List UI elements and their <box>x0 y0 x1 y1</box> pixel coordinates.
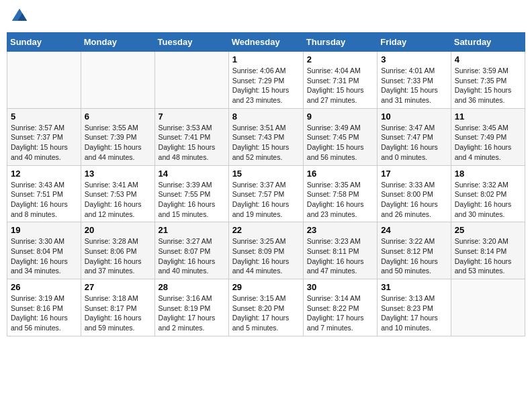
day-info: Sunrise: 3:27 AM Sunset: 8:07 PM Dayligh… <box>159 236 225 276</box>
day-number: 18 <box>455 169 521 179</box>
weekday-header-thursday: Thursday <box>303 33 377 52</box>
calendar-week-5: 26Sunrise: 3:19 AM Sunset: 8:16 PM Dayli… <box>7 279 525 336</box>
calendar-cell <box>451 279 525 336</box>
calendar-header-row: SundayMondayTuesdayWednesdayThursdayFrid… <box>7 33 525 52</box>
calendar-cell: 26Sunrise: 3:19 AM Sunset: 8:16 PM Dayli… <box>7 279 81 336</box>
calendar-cell: 3Sunrise: 4:01 AM Sunset: 7:33 PM Daylig… <box>378 52 451 109</box>
weekday-header-monday: Monday <box>81 33 154 52</box>
day-number: 8 <box>232 111 300 122</box>
calendar-cell: 16Sunrise: 3:35 AM Sunset: 7:58 PM Dayli… <box>303 165 377 222</box>
weekday-header-wednesday: Wednesday <box>228 33 303 52</box>
calendar-table: SundayMondayTuesdayWednesdayThursdayFrid… <box>7 32 525 336</box>
day-number: 31 <box>381 282 447 292</box>
day-info: Sunrise: 3:22 AM Sunset: 8:12 PM Dayligh… <box>381 236 447 276</box>
calendar-cell: 7Sunrise: 3:53 AM Sunset: 7:41 PM Daylig… <box>154 108 228 165</box>
day-info: Sunrise: 4:06 AM Sunset: 7:29 PM Dayligh… <box>232 66 300 105</box>
day-info: Sunrise: 3:47 AM Sunset: 7:47 PM Dayligh… <box>381 123 447 163</box>
calendar-cell: 31Sunrise: 3:13 AM Sunset: 8:23 PM Dayli… <box>378 279 451 336</box>
calendar-cell: 23Sunrise: 3:23 AM Sunset: 8:11 PM Dayli… <box>303 222 377 279</box>
day-info: Sunrise: 3:43 AM Sunset: 7:51 PM Dayligh… <box>11 180 77 220</box>
day-number: 4 <box>455 54 521 64</box>
calendar-cell: 22Sunrise: 3:25 AM Sunset: 8:09 PM Dayli… <box>228 222 303 279</box>
calendar-cell: 30Sunrise: 3:14 AM Sunset: 8:22 PM Dayli… <box>303 279 377 336</box>
calendar-cell: 15Sunrise: 3:37 AM Sunset: 7:57 PM Dayli… <box>228 165 303 222</box>
weekday-header-sunday: Sunday <box>7 33 81 52</box>
day-info: Sunrise: 3:14 AM Sunset: 8:22 PM Dayligh… <box>307 293 373 333</box>
day-info: Sunrise: 3:39 AM Sunset: 7:55 PM Dayligh… <box>159 180 225 220</box>
day-info: Sunrise: 3:19 AM Sunset: 8:16 PM Dayligh… <box>11 293 77 333</box>
day-number: 30 <box>307 282 373 292</box>
day-info: Sunrise: 3:18 AM Sunset: 8:17 PM Dayligh… <box>85 293 151 333</box>
calendar-cell <box>7 52 81 109</box>
day-info: Sunrise: 3:45 AM Sunset: 7:49 PM Dayligh… <box>455 123 521 163</box>
day-info: Sunrise: 3:28 AM Sunset: 8:06 PM Dayligh… <box>85 236 151 276</box>
calendar-cell: 4Sunrise: 3:59 AM Sunset: 7:35 PM Daylig… <box>451 52 525 109</box>
day-number: 16 <box>307 169 373 179</box>
day-info: Sunrise: 3:57 AM Sunset: 7:37 PM Dayligh… <box>11 123 77 163</box>
calendar-cell: 18Sunrise: 3:32 AM Sunset: 8:02 PM Dayli… <box>451 165 525 222</box>
page-header <box>7 7 525 26</box>
calendar-week-3: 12Sunrise: 3:43 AM Sunset: 7:51 PM Dayli… <box>7 165 525 222</box>
weekday-header-tuesday: Tuesday <box>154 33 228 52</box>
calendar-cell: 20Sunrise: 3:28 AM Sunset: 8:06 PM Dayli… <box>81 222 154 279</box>
calendar-cell: 6Sunrise: 3:55 AM Sunset: 7:39 PM Daylig… <box>81 108 154 165</box>
calendar-cell: 5Sunrise: 3:57 AM Sunset: 7:37 PM Daylig… <box>7 108 81 165</box>
calendar-cell: 13Sunrise: 3:41 AM Sunset: 7:53 PM Dayli… <box>81 165 154 222</box>
day-number: 27 <box>85 282 151 292</box>
calendar-cell: 21Sunrise: 3:27 AM Sunset: 8:07 PM Dayli… <box>154 222 228 279</box>
day-number: 5 <box>11 111 77 122</box>
day-number: 28 <box>159 282 225 292</box>
day-info: Sunrise: 3:53 AM Sunset: 7:41 PM Dayligh… <box>159 123 225 163</box>
day-number: 12 <box>11 169 77 179</box>
calendar-cell <box>81 52 154 109</box>
day-number: 26 <box>11 282 77 292</box>
day-number: 15 <box>232 169 300 179</box>
calendar-cell: 9Sunrise: 3:49 AM Sunset: 7:45 PM Daylig… <box>303 108 377 165</box>
day-number: 3 <box>381 54 447 64</box>
calendar-week-4: 19Sunrise: 3:30 AM Sunset: 8:04 PM Dayli… <box>7 222 525 279</box>
logo-icon <box>10 7 29 26</box>
day-number: 25 <box>455 225 521 235</box>
day-info: Sunrise: 3:20 AM Sunset: 8:14 PM Dayligh… <box>455 236 521 276</box>
calendar-cell: 24Sunrise: 3:22 AM Sunset: 8:12 PM Dayli… <box>378 222 451 279</box>
day-info: Sunrise: 3:55 AM Sunset: 7:39 PM Dayligh… <box>85 123 151 163</box>
day-info: Sunrise: 3:13 AM Sunset: 8:23 PM Dayligh… <box>381 293 447 333</box>
weekday-header-saturday: Saturday <box>451 33 525 52</box>
calendar-cell: 1Sunrise: 4:06 AM Sunset: 7:29 PM Daylig… <box>228 52 303 109</box>
calendar-cell <box>154 52 228 109</box>
day-info: Sunrise: 3:51 AM Sunset: 7:43 PM Dayligh… <box>232 123 300 163</box>
logo <box>10 7 32 26</box>
day-info: Sunrise: 3:32 AM Sunset: 8:02 PM Dayligh… <box>455 180 521 220</box>
day-number: 13 <box>85 169 151 179</box>
day-number: 14 <box>159 169 225 179</box>
calendar-cell: 17Sunrise: 3:33 AM Sunset: 8:00 PM Dayli… <box>378 165 451 222</box>
calendar-cell: 14Sunrise: 3:39 AM Sunset: 7:55 PM Dayli… <box>154 165 228 222</box>
calendar-cell: 27Sunrise: 3:18 AM Sunset: 8:17 PM Dayli… <box>81 279 154 336</box>
day-number: 29 <box>232 282 300 292</box>
day-number: 11 <box>455 111 521 122</box>
day-info: Sunrise: 3:15 AM Sunset: 8:20 PM Dayligh… <box>232 293 300 333</box>
day-info: Sunrise: 3:35 AM Sunset: 7:58 PM Dayligh… <box>307 180 373 220</box>
calendar-cell: 28Sunrise: 3:16 AM Sunset: 8:19 PM Dayli… <box>154 279 228 336</box>
day-info: Sunrise: 3:41 AM Sunset: 7:53 PM Dayligh… <box>85 180 151 220</box>
calendar-cell: 11Sunrise: 3:45 AM Sunset: 7:49 PM Dayli… <box>451 108 525 165</box>
calendar-cell: 8Sunrise: 3:51 AM Sunset: 7:43 PM Daylig… <box>228 108 303 165</box>
calendar-week-1: 1Sunrise: 4:06 AM Sunset: 7:29 PM Daylig… <box>7 52 525 109</box>
day-number: 24 <box>381 225 447 235</box>
calendar-cell: 25Sunrise: 3:20 AM Sunset: 8:14 PM Dayli… <box>451 222 525 279</box>
weekday-header-friday: Friday <box>378 33 451 52</box>
day-info: Sunrise: 3:33 AM Sunset: 8:00 PM Dayligh… <box>381 180 447 220</box>
day-number: 22 <box>232 225 300 235</box>
calendar-cell: 12Sunrise: 3:43 AM Sunset: 7:51 PM Dayli… <box>7 165 81 222</box>
calendar-week-2: 5Sunrise: 3:57 AM Sunset: 7:37 PM Daylig… <box>7 108 525 165</box>
day-number: 17 <box>381 169 447 179</box>
day-info: Sunrise: 4:01 AM Sunset: 7:33 PM Dayligh… <box>381 66 447 105</box>
day-info: Sunrise: 3:25 AM Sunset: 8:09 PM Dayligh… <box>232 236 300 276</box>
day-info: Sunrise: 3:59 AM Sunset: 7:35 PM Dayligh… <box>455 66 521 105</box>
day-info: Sunrise: 3:37 AM Sunset: 7:57 PM Dayligh… <box>232 180 300 220</box>
day-number: 21 <box>159 225 225 235</box>
day-number: 2 <box>307 54 373 64</box>
calendar-cell: 19Sunrise: 3:30 AM Sunset: 8:04 PM Dayli… <box>7 222 81 279</box>
day-info: Sunrise: 4:04 AM Sunset: 7:31 PM Dayligh… <box>307 66 373 105</box>
day-info: Sunrise: 3:16 AM Sunset: 8:19 PM Dayligh… <box>159 293 225 333</box>
